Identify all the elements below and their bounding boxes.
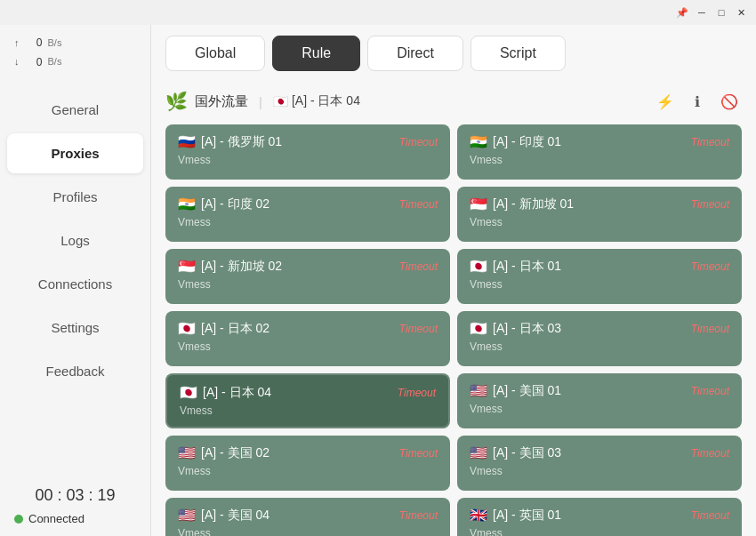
minimize-button[interactable]: ─ — [694, 4, 710, 20]
sidebar-item-connections[interactable]: Connections — [7, 264, 143, 304]
proxy-status-in-01: Timeout — [691, 136, 729, 148]
connection-status: Connected — [14, 512, 136, 525]
proxy-card-jp-01[interactable]: 🇯🇵[A] - 日本 01TimeoutVmess — [457, 249, 742, 304]
proxy-flag-jp-04: 🇯🇵 — [180, 384, 197, 401]
proxy-name-in-01: [A] - 印度 01 — [493, 134, 561, 150]
proxy-flag-ru-01: 🇷🇺 — [178, 133, 196, 150]
proxy-name-jp-03: [A] - 日本 03 — [493, 321, 561, 337]
proxy-status-sg-01: Timeout — [691, 198, 729, 211]
proxy-status-jp-02: Timeout — [399, 323, 438, 335]
proxy-card-jp-03[interactable]: 🇯🇵[A] - 日本 03TimeoutVmess — [457, 311, 742, 366]
proxy-name-sg-02: [A] - 新加坡 02 — [201, 259, 282, 275]
info-button[interactable]: ℹ — [685, 89, 710, 114]
proxy-type-jp-02: Vmess — [178, 340, 438, 353]
upload-value: 0 — [25, 34, 43, 53]
proxy-flag-jp-01: 🇯🇵 — [470, 258, 487, 275]
download-value: 0 — [25, 53, 43, 73]
proxy-status-us-03: Timeout — [691, 447, 729, 460]
group-header: 🌿 国外流量 | 🇯🇵 [A] - 日本 04 ⚡ ℹ 🚫 — [151, 82, 756, 121]
proxy-flag-sg-01: 🇸🇬 — [470, 196, 487, 212]
sidebar-item-proxies[interactable]: Proxies — [7, 133, 143, 173]
proxy-status-us-04: Timeout — [399, 509, 438, 522]
proxy-flag-in-02: 🇮🇳 — [178, 196, 196, 212]
speed-test-button[interactable]: ⚡ — [653, 89, 678, 114]
proxy-status-us-02: Timeout — [399, 447, 438, 460]
proxy-card-jp-04[interactable]: 🇯🇵[A] - 日本 04TimeoutVmess — [165, 373, 450, 428]
proxy-type-jp-03: Vmess — [470, 340, 729, 353]
proxy-status-in-02: Timeout — [399, 198, 438, 211]
proxy-type-sg-02: Vmess — [178, 278, 438, 291]
proxy-type-us-04: Vmess — [178, 527, 438, 536]
sidebar-bottom: 00 : 03 : 19 Connected — [0, 476, 150, 536]
proxy-card-sg-02[interactable]: 🇸🇬[A] - 新加坡 02TimeoutVmess — [165, 249, 450, 304]
stats-panel: ↑ 0 B/s ↓ 0 B/s — [0, 25, 150, 81]
upload-arrow-icon: ↑ — [14, 35, 20, 52]
sidebar-item-profiles[interactable]: Profiles — [7, 177, 143, 217]
proxy-flag-us-02: 🇺🇸 — [178, 444, 196, 461]
pin-button[interactable]: 📌 — [674, 4, 690, 20]
proxy-status-jp-03: Timeout — [691, 323, 729, 335]
proxy-name-us-04: [A] - 美国 04 — [201, 508, 269, 524]
proxy-card-us-01[interactable]: 🇺🇸[A] - 美国 01TimeoutVmess — [457, 373, 742, 428]
proxy-type-in-01: Vmess — [470, 154, 729, 166]
sidebar-item-settings[interactable]: Settings — [7, 308, 143, 348]
proxy-status-ru-01: Timeout — [399, 136, 438, 148]
tab-bar: GlobalRuleDirectScript — [151, 25, 756, 82]
tab-direct[interactable]: Direct — [367, 36, 463, 71]
proxy-flag-sg-02: 🇸🇬 — [178, 258, 196, 275]
titlebar: 📌 ─ □ ✕ — [0, 0, 756, 25]
timer-display: 00 : 03 : 19 — [14, 486, 136, 505]
proxy-type-us-01: Vmess — [470, 403, 729, 415]
tab-rule[interactable]: Rule — [272, 36, 360, 71]
proxy-name-jp-04: [A] - 日本 04 — [203, 385, 271, 401]
proxy-name-jp-02: [A] - 日本 02 — [201, 321, 269, 337]
connection-label: Connected — [28, 512, 84, 525]
proxy-name-us-01: [A] - 美国 01 — [493, 383, 561, 399]
download-unit: B/s — [48, 53, 62, 71]
main-content: GlobalRuleDirectScript 🌿 国外流量 | 🇯🇵 [A] -… — [151, 25, 756, 536]
proxy-name-sg-01: [A] - 新加坡 01 — [493, 196, 574, 212]
proxy-type-jp-01: Vmess — [470, 278, 729, 291]
group-logo-icon: 🌿 — [165, 91, 188, 112]
upload-unit: B/s — [48, 35, 62, 52]
proxy-flag-jp-03: 🇯🇵 — [470, 320, 487, 337]
proxy-card-ru-01[interactable]: 🇷🇺[A] - 俄罗斯 01TimeoutVmess — [165, 124, 450, 180]
proxy-flag-us-01: 🇺🇸 — [470, 382, 487, 399]
sidebar-item-logs[interactable]: Logs — [7, 220, 143, 260]
hide-button[interactable]: 🚫 — [717, 89, 742, 114]
proxy-flag-us-04: 🇺🇸 — [178, 507, 196, 524]
tab-script[interactable]: Script — [470, 36, 566, 71]
proxy-status-gb-01: Timeout — [691, 509, 729, 522]
selected-flag-icon: 🇯🇵 — [273, 94, 288, 108]
sidebar-item-feedback[interactable]: Feedback — [7, 351, 143, 391]
proxy-status-us-01: Timeout — [691, 385, 729, 397]
proxy-type-us-03: Vmess — [470, 465, 729, 477]
proxy-card-jp-02[interactable]: 🇯🇵[A] - 日本 02TimeoutVmess — [165, 311, 450, 366]
maximize-button[interactable]: □ — [713, 4, 729, 20]
proxy-name-us-02: [A] - 美国 02 — [201, 445, 269, 461]
group-selected: 🇯🇵 [A] - 日本 04 — [273, 93, 360, 109]
proxy-card-in-02[interactable]: 🇮🇳[A] - 印度 02TimeoutVmess — [165, 187, 450, 242]
proxy-grid-container[interactable]: 🇷🇺[A] - 俄罗斯 01TimeoutVmess🇮🇳[A] - 印度 01T… — [151, 121, 756, 536]
proxy-name-ru-01: [A] - 俄罗斯 01 — [201, 134, 282, 150]
proxy-card-sg-01[interactable]: 🇸🇬[A] - 新加坡 01TimeoutVmess — [457, 187, 742, 242]
selected-proxy-name: [A] - 日本 04 — [292, 93, 360, 109]
proxy-card-us-04[interactable]: 🇺🇸[A] - 美国 04TimeoutVmess — [165, 498, 450, 536]
proxy-name-jp-01: [A] - 日本 01 — [493, 259, 561, 275]
proxy-card-gb-01[interactable]: 🇬🇧[A] - 英国 01TimeoutVmess — [457, 498, 742, 536]
status-dot-icon — [14, 515, 23, 524]
proxy-flag-gb-01: 🇬🇧 — [470, 507, 487, 524]
close-button[interactable]: ✕ — [733, 4, 749, 20]
proxy-status-jp-04: Timeout — [398, 387, 436, 399]
proxy-name-gb-01: [A] - 英国 01 — [493, 508, 561, 524]
proxy-flag-jp-02: 🇯🇵 — [178, 320, 196, 337]
proxy-card-us-03[interactable]: 🇺🇸[A] - 美国 03TimeoutVmess — [457, 436, 742, 491]
proxy-status-jp-01: Timeout — [691, 260, 729, 273]
proxy-flag-us-03: 🇺🇸 — [470, 444, 487, 461]
sidebar-item-general[interactable]: General — [7, 90, 143, 130]
proxy-name-us-03: [A] - 美国 03 — [493, 445, 561, 461]
tab-global[interactable]: Global — [165, 36, 265, 71]
group-actions: ⚡ ℹ 🚫 — [653, 89, 742, 114]
proxy-card-us-02[interactable]: 🇺🇸[A] - 美国 02TimeoutVmess — [165, 436, 450, 491]
proxy-card-in-01[interactable]: 🇮🇳[A] - 印度 01TimeoutVmess — [457, 124, 742, 180]
